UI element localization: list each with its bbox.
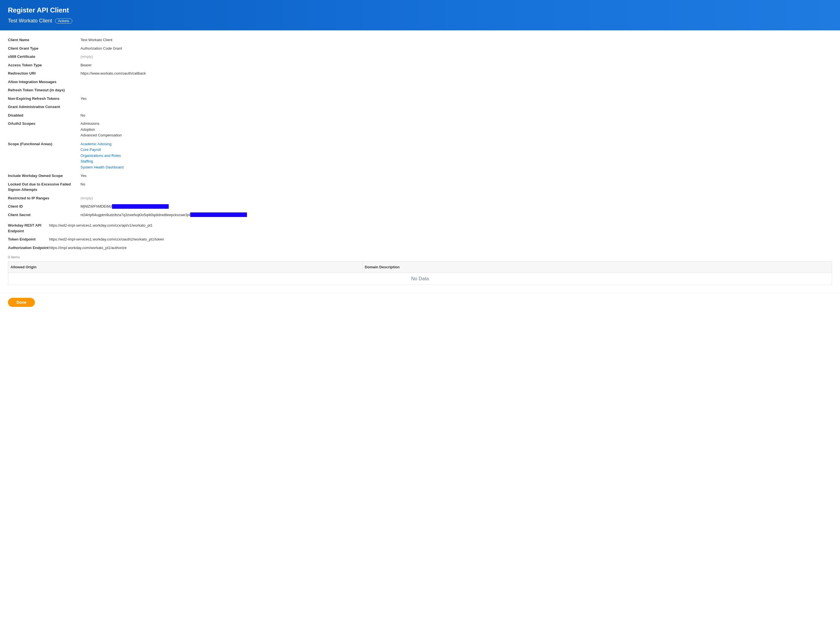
col-allowed-origin: Allowed Origin <box>8 261 363 273</box>
allowed-origins-table: Allowed Origin Domain Description No Dat… <box>8 261 832 285</box>
col-domain-description: Domain Description <box>362 261 832 273</box>
label-restricted-ip: Restricted to IP Ranges <box>8 195 81 201</box>
scope-functional-link[interactable]: Academic Advising <box>81 141 832 147</box>
client-secret-redacted <box>190 212 247 217</box>
value-token-endpoint: https://wd2-impl-services1.workday.com/c… <box>49 237 832 242</box>
label-include-workday-owned: Include Workday Owned Scope <box>8 173 81 179</box>
label-client-secret: Client Secret <box>8 212 81 218</box>
label-allow-integration-messages: Allow Integration Messages <box>8 79 81 85</box>
label-auth-endpoint: Authorization Endpoint <box>8 245 49 251</box>
oauth2-scope-item: Adoption <box>81 127 832 133</box>
value-locked-out: No <box>81 182 832 187</box>
scope-functional-link[interactable]: System Health Dashboard <box>81 164 832 170</box>
items-count: 0 items <box>8 254 832 260</box>
label-locked-out: Locked Out due to Excessive Failed Signo… <box>8 182 81 193</box>
value-non-expiring-refresh: Yes <box>81 96 832 101</box>
value-access-token-type: Bearer <box>81 62 832 68</box>
page-title: Register API Client <box>8 5 832 15</box>
client-secret-partial: nt34rtp64ugptm9udzibza7q3zwefxqt0o5q4t0q… <box>81 212 190 218</box>
page-header: Register API Client Test Workato Client … <box>0 0 840 30</box>
label-client-id: Client ID <box>8 204 81 209</box>
value-disabled: No <box>81 112 832 118</box>
label-redirection-uri: Redirection URI <box>8 71 81 76</box>
scope-functional-link[interactable]: Core Payroll <box>81 147 832 153</box>
scope-functional-link[interactable]: Organizations and Roles <box>81 153 832 158</box>
value-rest-endpoint: https://wd2-impl-services1.workday.com/c… <box>49 223 832 228</box>
value-redirection-uri: https://www.workato.com/oauth/callback <box>81 71 832 76</box>
label-disabled: Disabled <box>8 112 81 118</box>
client-id-partial: MjNlZWFhMDEtMz <box>81 204 112 209</box>
value-auth-endpoint: https://impl.workday.com/workato_pt1/aut… <box>49 245 832 251</box>
oauth2-scope-item: Admissions <box>81 121 832 126</box>
label-x509: x509 Certificate <box>8 54 81 60</box>
value-client-id: MjNlZWFhMDEtMz <box>81 204 832 209</box>
label-scope-functional: Scope (Functional Areas) <box>8 141 81 147</box>
actions-button[interactable]: Actions <box>55 19 72 24</box>
label-token-endpoint: Token Endpoint <box>8 237 49 242</box>
label-client-name: Client Name <box>8 37 81 43</box>
page-subtitle: Test Workato Client <box>8 17 52 25</box>
label-refresh-token-timeout: Refresh Token Timeout (in days) <box>8 87 81 93</box>
label-oauth2-scopes: OAuth2 Scopes <box>8 121 81 126</box>
value-scope-functional: Academic Advising Core Payroll Organizat… <box>81 141 832 171</box>
value-client-name: Test Workato Client <box>81 37 832 43</box>
value-x509: (empty) <box>81 54 832 60</box>
label-client-grant-type: Client Grant Type <box>8 46 81 51</box>
value-restricted-ip: (empty) <box>81 195 832 201</box>
value-oauth2-scopes: Admissions Adoption Advanced Compensatio… <box>81 121 832 138</box>
value-include-workday-owned: Yes <box>81 173 832 179</box>
done-button[interactable]: Done <box>8 298 35 307</box>
label-access-token-type: Access Token Type <box>8 62 81 68</box>
footer-bar: Done <box>0 293 840 311</box>
label-non-expiring-refresh: Non-Expiring Refresh Tokens <box>8 96 81 101</box>
no-data-cell: No Data <box>8 273 832 285</box>
oauth2-scope-item: Advanced Compensation <box>81 133 832 138</box>
value-client-grant-type: Authorization Code Grant <box>81 46 832 51</box>
scope-functional-link[interactable]: Staffing <box>81 158 832 164</box>
client-id-redacted <box>112 204 169 209</box>
label-rest-endpoint: Workday REST API Endpoint <box>8 223 49 234</box>
label-grant-admin-consent: Grant Administrative Consent <box>8 104 81 110</box>
value-client-secret: nt34rtp64ugptm9udzibza7q3zwefxqt0o5q4t0q… <box>81 212 832 218</box>
